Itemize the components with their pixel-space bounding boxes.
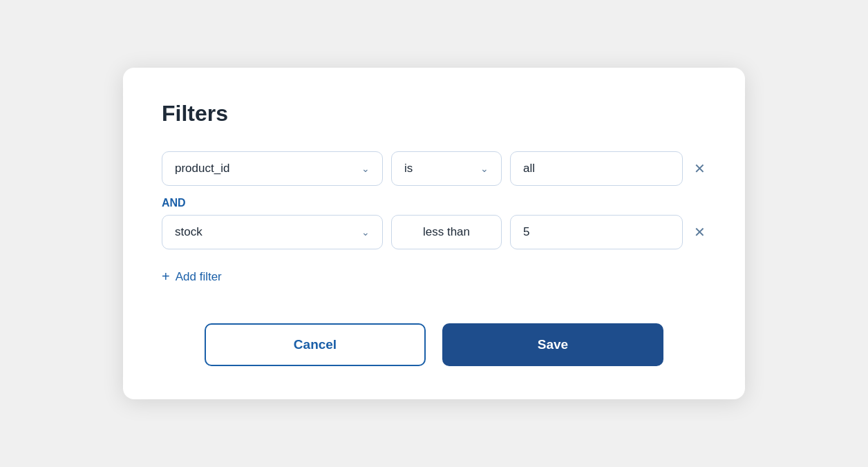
filter1-field-value: product_id	[175, 162, 229, 175]
filter2-field-chevron-icon: ⌄	[361, 227, 370, 238]
filter1-operator-value: is	[404, 162, 413, 175]
filter-row-1: product_id ⌄ is ⌄ ✕	[162, 151, 706, 186]
footer-buttons: Cancel Save	[162, 323, 706, 366]
filter2-operator-display: less than	[391, 215, 502, 249]
filter1-remove-button[interactable]: ✕	[691, 158, 708, 180]
filter1-field-select[interactable]: product_id ⌄	[162, 151, 383, 186]
filter2-field-select[interactable]: stock ⌄	[162, 215, 383, 249]
filter1-close-icon: ✕	[694, 160, 706, 177]
add-filter-plus-icon: +	[162, 269, 170, 285]
add-filter-button[interactable]: + Add filter	[162, 269, 706, 285]
filter-row-2: stock ⌄ less than ✕	[162, 215, 706, 249]
filter1-field-chevron-icon: ⌄	[361, 163, 370, 174]
filter2-remove-button[interactable]: ✕	[691, 221, 708, 243]
filter2-operator-value: less than	[423, 225, 470, 239]
add-filter-label: Add filter	[176, 270, 222, 284]
filter1-operator-chevron-icon: ⌄	[480, 163, 489, 174]
filter1-value-input[interactable]	[510, 151, 683, 186]
save-button[interactable]: Save	[442, 323, 663, 366]
filters-dialog: Filters product_id ⌄ is ⌄ ✕ AND stock ⌄ …	[123, 68, 745, 399]
cancel-button[interactable]: Cancel	[205, 323, 426, 366]
filter2-field-value: stock	[175, 225, 202, 239]
and-connector: AND	[162, 197, 706, 209]
filter2-value-input[interactable]	[510, 215, 683, 249]
dialog-title: Filters	[162, 101, 706, 126]
filter2-close-icon: ✕	[694, 224, 706, 240]
filter1-operator-select[interactable]: is ⌄	[391, 151, 502, 186]
